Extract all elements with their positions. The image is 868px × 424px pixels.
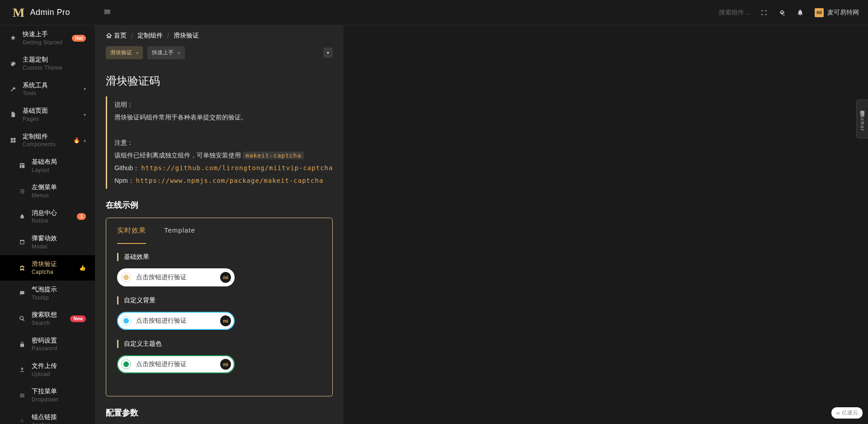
- logo[interactable]: M Admin Pro: [0, 5, 95, 20]
- breadcrumb: 首页 / 定制组件 / 滑块验证: [95, 25, 344, 46]
- sidebar-item-dropdown[interactable]: 下拉菜单Dropdown: [0, 382, 95, 408]
- cloud-icon: ∞: [836, 410, 840, 416]
- comment-icon: [18, 290, 26, 296]
- grid-icon: [9, 137, 17, 143]
- tab-captcha[interactable]: 滑块验证 ×: [106, 46, 143, 59]
- top-header: M Admin Pro 搜索组件 ... mi 麦: [0, 0, 868, 25]
- menu-collapse-icon[interactable]: [104, 8, 111, 17]
- sidebar-item-tooltip[interactable]: 气泡提示Tooltip: [0, 281, 95, 306]
- search-input[interactable]: 搜索组件 ...: [719, 9, 751, 17]
- captcha-indicator-icon: [121, 359, 132, 370]
- demo-tab-live[interactable]: 实时效果: [117, 218, 146, 244]
- sidebar-item-tools[interactable]: 系统工具 Tools ▾: [0, 76, 95, 102]
- close-icon[interactable]: ×: [136, 50, 138, 56]
- breadcrumb-item[interactable]: 定制组件: [137, 32, 163, 40]
- chevron-down-icon: ▾: [84, 86, 86, 91]
- sidebar-item-start[interactable]: 快速上手 Getting Started Hot: [0, 25, 95, 51]
- list-icon: [18, 188, 26, 195]
- captcha-indicator-icon: [121, 272, 132, 283]
- sidebar: 快速上手 Getting Started Hot 主题定制 Custom The…: [0, 25, 95, 424]
- demo-tab-template[interactable]: Template: [164, 218, 195, 244]
- section-config-title: 配置参数: [106, 407, 333, 418]
- main-content: 首页 / 定制组件 / 滑块验证 滑块验证 × 快速上手 × ▾ 滑块验证码 说…: [95, 25, 344, 424]
- description-box: 说明： 滑块验证码组件常用于各种表单提交前的验证。 注意： 该组件已经剥离成独立…: [106, 96, 333, 189]
- wrench-icon: [9, 86, 17, 92]
- file-icon: [9, 111, 17, 118]
- demo-panel: 实时效果 Template 基础效果 点击按钮进行验证 mi 自定义背景 点击按…: [106, 218, 333, 396]
- palette-icon: [9, 61, 17, 67]
- sidebar-item-pages[interactable]: 基础页面 Pages ▾: [0, 102, 95, 127]
- logo-text: Admin Pro: [30, 8, 70, 17]
- breadcrumb-home[interactable]: 首页: [106, 32, 127, 40]
- demo-label-bg: 自定义背景: [117, 296, 321, 305]
- bell-icon: [18, 214, 26, 220]
- shield-icon: [18, 265, 26, 271]
- captcha-logo-icon: mi: [220, 315, 231, 326]
- page-title: 滑块验证码: [106, 74, 333, 88]
- captcha-logo-icon: mi: [220, 272, 231, 283]
- captcha-custom-theme[interactable]: 点击按钮进行验证 mi: [117, 355, 235, 373]
- upload-icon: [18, 367, 26, 373]
- sidebar-item-menus[interactable]: 左侧菜单Menus: [0, 178, 95, 204]
- fire-icon: 🔥: [73, 137, 80, 143]
- close-icon[interactable]: ×: [177, 50, 180, 56]
- logo-icon: M: [13, 5, 24, 20]
- captcha-custom-bg[interactable]: 点击按钮进行验证 mi: [117, 312, 235, 330]
- anchor-icon: [18, 418, 26, 424]
- sidebar-item-modal[interactable]: 弹窗动效Modal: [0, 229, 95, 255]
- tabs-dropdown[interactable]: ▾: [323, 48, 333, 58]
- anchor-sidebar[interactable]: 锚点 Anchor: [856, 100, 868, 138]
- code-tag: makeit-captcha: [243, 152, 304, 159]
- sidebar-item-password[interactable]: 密码设置Password: [0, 332, 95, 357]
- home-icon: [106, 33, 112, 39]
- window-icon: [18, 239, 26, 245]
- chevron-up-icon: ▴: [84, 138, 86, 143]
- tab-start[interactable]: 快速上手 ×: [147, 46, 184, 59]
- bell-icon[interactable]: [797, 9, 804, 16]
- sidebar-item-search[interactable]: 搜索联想Search New: [0, 306, 95, 331]
- sidebar-item-captcha[interactable]: 滑块验证Captcha 👍: [0, 255, 95, 281]
- demo-label-basic: 基础效果: [117, 253, 321, 261]
- sidebar-item-upload[interactable]: 文件上传Upload: [0, 357, 95, 382]
- menu-icon: [18, 392, 26, 399]
- sidebar-item-layout[interactable]: 基础布局Layout: [0, 153, 95, 178]
- layout-icon: [18, 162, 26, 169]
- lock-icon: [18, 341, 26, 348]
- sidebar-item-components[interactable]: 定制组件 Components 🔥 ▴: [0, 128, 95, 153]
- theme-icon[interactable]: [778, 9, 786, 16]
- chevron-down-icon: ▾: [84, 112, 86, 117]
- open-tabs: 滑块验证 × 快速上手 × ▾: [95, 46, 344, 65]
- github-link[interactable]: https://github.com/lirongtong/miitvip-ca…: [141, 164, 333, 172]
- npm-link[interactable]: https://www.npmjs.com/package/makeit-cap…: [136, 177, 323, 184]
- captcha-indicator-icon: [121, 315, 132, 326]
- watermark: ∞ 亿速云: [831, 407, 863, 419]
- breadcrumb-current: 滑块验证: [174, 32, 199, 40]
- section-demo-title: 在线示例: [106, 200, 333, 210]
- rocket-icon: [9, 35, 17, 41]
- sidebar-item-anchor[interactable]: 锚点链接Anchor: [0, 408, 95, 424]
- thumb-up-icon: 👍: [79, 265, 86, 271]
- sidebar-item-notice[interactable]: 消息中心Notice 1: [0, 204, 95, 229]
- captcha-basic[interactable]: 点击按钮进行验证 mi: [117, 268, 235, 286]
- demo-tabs: 实时效果 Template: [106, 218, 332, 244]
- search-icon: [18, 315, 26, 322]
- avatar: mi: [815, 8, 824, 17]
- captcha-logo-icon: mi: [220, 359, 231, 370]
- demo-label-theme: 自定义主题色: [117, 340, 321, 348]
- user-name: 麦可易特网: [827, 9, 859, 17]
- user-profile[interactable]: mi 麦可易特网: [815, 8, 859, 17]
- sidebar-item-theme[interactable]: 主题定制 Custom Theme: [0, 51, 95, 76]
- fullscreen-icon[interactable]: [760, 9, 768, 16]
